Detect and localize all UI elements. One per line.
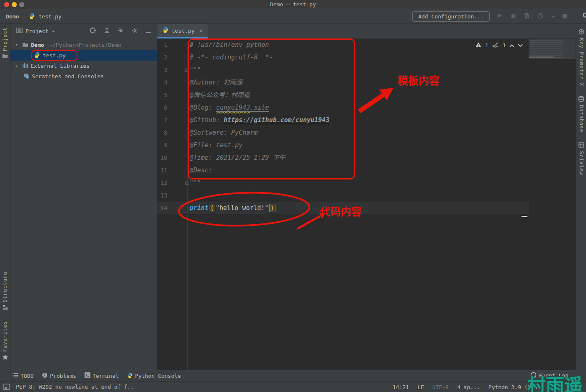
project-view-icon (16, 28, 23, 34)
code-segment: @Software: PyCharm (190, 129, 258, 136)
watermark: 村雨遥 (527, 371, 583, 392)
tool-button-python-console[interactable]: Python Console (127, 372, 181, 379)
profiler-icon[interactable] (537, 13, 544, 21)
fold-marker-icon[interactable] (185, 181, 189, 185)
breadcrumb-file[interactable]: test.py (39, 13, 62, 20)
code-line[interactable]: @Time: 2021/2/25 1:29 下午 (190, 151, 285, 164)
code-line[interactable]: @Author: 村雨遥 (190, 76, 242, 89)
code-segment: https://github.com/cunyu1943 (224, 116, 329, 124)
line-number[interactable]: 10 (160, 151, 167, 164)
code-segment: @Desc: (190, 167, 216, 174)
warning-count: 1 (485, 42, 488, 49)
chevron-down-icon[interactable] (51, 28, 55, 34)
caret-position[interactable]: 14:21 (393, 384, 409, 390)
file-encoding[interactable]: UTF-8 (432, 384, 449, 390)
code-line[interactable]: @File: test.py (190, 139, 242, 151)
code-line[interactable]: @Github: https://github.com/cunyu1943 (190, 114, 329, 126)
folder-icon (22, 42, 28, 49)
code-line[interactable]: """ (190, 177, 201, 189)
editor-area: test.py ✕ 1234567891011121314 # !usr/bin… (157, 24, 576, 370)
tab-label: test.py (172, 28, 195, 34)
inspections-widget[interactable]: 1 1 (475, 42, 523, 49)
tool-button-project[interactable]: Project (0, 27, 10, 60)
project-panel-title[interactable]: Project (26, 28, 49, 34)
fold-marker-icon[interactable] (185, 68, 189, 72)
add-configuration-button[interactable]: Add Configuration... (412, 11, 490, 22)
prev-problem-icon[interactable] (509, 42, 514, 49)
code-line[interactable]: @Desc: (190, 164, 216, 177)
code-line[interactable]: # !usr/bin/env python (190, 38, 269, 51)
next-problem-icon[interactable] (518, 42, 523, 49)
line-number[interactable]: 3 (164, 64, 167, 76)
close-tab-icon[interactable]: ✕ (199, 28, 203, 34)
line-number[interactable]: 13 (160, 189, 167, 202)
indent-setting[interactable]: 4 sp... (457, 384, 480, 390)
window-title: Demo – test.py (0, 0, 586, 9)
line-number[interactable]: 12 (160, 177, 167, 189)
expand-all-icon[interactable] (104, 27, 110, 35)
warning-icon (475, 42, 482, 49)
line-number[interactable]: 11 (160, 164, 167, 177)
settings-gear-icon[interactable] (131, 27, 138, 35)
code-line[interactable]: # -*- coding:utf-8 _*- (190, 51, 273, 64)
tool-button-todo[interactable]: TODO (13, 373, 33, 379)
tree-item-testpy[interactable]: test.py (10, 50, 157, 61)
code-editor[interactable]: 1234567891011121314 # !usr/bin/env pytho… (157, 38, 576, 370)
chevron-expanded-icon[interactable]: ▾ (14, 42, 20, 48)
code-line[interactable]: @Blog: cunyu1943.site (190, 101, 269, 114)
python-file-icon (34, 52, 40, 59)
line-ending[interactable]: LF (417, 384, 424, 390)
line-number[interactable]: 2 (164, 51, 167, 64)
tool-button-database[interactable]: Database (576, 96, 586, 133)
tree-item-scratches[interactable]: Scratches and Consoles (10, 71, 157, 82)
structure-icon (3, 305, 8, 311)
tool-window-switcher-icon[interactable] (3, 384, 10, 391)
line-number[interactable]: 8 (164, 126, 167, 139)
tool-button-sciview[interactable]: SciView (576, 142, 586, 175)
chevron-down-icon[interactable] (551, 13, 555, 20)
code-segment: # !usr/bin/env python (190, 41, 269, 49)
tool-button-key-promoter[interactable]: Key Promoter X (576, 29, 586, 86)
tool-button-problems[interactable]: Problems (42, 372, 76, 379)
code-segment: ( (209, 204, 215, 212)
line-number[interactable]: 14 (160, 202, 167, 214)
tool-button-favorites[interactable]: Favorites (0, 321, 10, 361)
line-number[interactable]: 1 (164, 38, 167, 51)
scrollbar-mark (522, 216, 527, 217)
line-number[interactable]: 9 (164, 139, 167, 151)
line-number[interactable]: 4 (164, 76, 167, 89)
line-number[interactable]: 7 (164, 114, 167, 126)
stop-icon[interactable] (562, 13, 568, 20)
main-toolbar: Demo › test.py Add Configuration... (0, 9, 586, 24)
tool-button-structure[interactable]: Structure (0, 272, 10, 311)
tool-button-terminal[interactable]: Terminal (85, 372, 119, 379)
search-everywhere-icon[interactable] (582, 12, 586, 21)
collapse-all-icon[interactable] (118, 27, 124, 35)
status-message[interactable]: PEP 8: W292 no newline at end of f.. (16, 382, 134, 392)
pycharm-window: Demo – test.py Demo › test.py Add Config… (0, 0, 586, 392)
breadcrumb-project[interactable]: Demo (6, 13, 19, 20)
code-line[interactable]: @微信公众号：村雨遥 (190, 89, 250, 101)
chevron-collapsed-icon[interactable]: ▸ (14, 63, 20, 69)
bottom-tool-bar: TODO Problems Terminal Python Console (10, 370, 586, 381)
code-line[interactable]: """ (190, 64, 201, 76)
libraries-icon (22, 63, 28, 69)
code-segment: print (190, 204, 208, 212)
code-segment: """ (190, 66, 201, 74)
hide-panel-icon[interactable] (146, 28, 151, 34)
tab-testpy[interactable]: test.py ✕ (157, 24, 208, 38)
coverage-icon[interactable] (524, 13, 530, 20)
tree-item-external-libraries[interactable]: ▸ External Libraries (10, 61, 157, 71)
code-line[interactable]: @Software: PyCharm (190, 126, 258, 139)
debug-icon[interactable] (510, 13, 517, 21)
line-number[interactable]: 6 (164, 101, 167, 114)
minimap[interactable] (529, 39, 576, 59)
code-line[interactable]: print("hello world!") (190, 202, 276, 214)
line-number[interactable]: 5 (164, 89, 167, 101)
python-console-icon (127, 372, 133, 379)
locate-file-icon[interactable] (89, 27, 96, 35)
scratches-icon (23, 73, 29, 80)
run-icon[interactable] (496, 13, 503, 20)
tree-item-demo[interactable]: ▾ Demo ~/PycharmProjects/Demo (10, 40, 157, 50)
typo-count: 1 (503, 42, 506, 49)
